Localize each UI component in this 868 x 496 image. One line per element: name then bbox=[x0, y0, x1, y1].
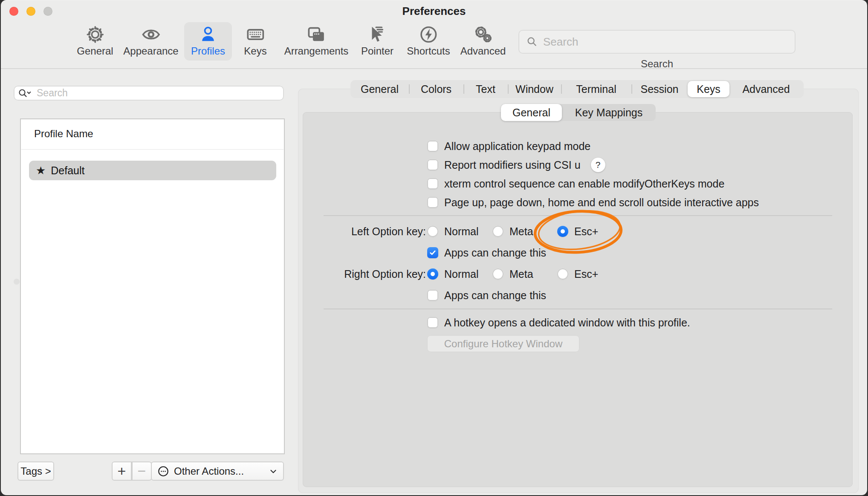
right-option-key-label: Right Option key: bbox=[299, 268, 426, 280]
toolbar-item-appearance[interactable]: Appearance bbox=[116, 22, 185, 61]
radio-left-option-normal[interactable]: Normal bbox=[427, 226, 479, 237]
toolbar-label: Profiles bbox=[191, 45, 225, 57]
chevron-down-icon bbox=[269, 467, 278, 476]
tab-terminal[interactable]: Terminal bbox=[561, 80, 631, 98]
profile-row-default[interactable]: ★ Default bbox=[29, 161, 276, 180]
radio-label: Normal bbox=[444, 226, 479, 237]
tab-advanced[interactable]: Advanced bbox=[729, 80, 803, 98]
checkbox-row-keypad-mode[interactable]: Allow application keypad mode bbox=[427, 141, 590, 152]
checkbox-label: Apps can change this bbox=[444, 290, 546, 301]
remove-profile-label: − bbox=[138, 463, 146, 479]
keyboard-icon bbox=[246, 25, 265, 44]
person-icon bbox=[198, 25, 218, 44]
sidebar-search-input[interactable]: Search bbox=[14, 86, 284, 101]
toolbar-label: Pointer bbox=[361, 45, 393, 57]
double-gear-icon bbox=[473, 25, 493, 44]
radio-right-option-esc[interactable]: Esc+ bbox=[557, 268, 598, 280]
add-profile-label: + bbox=[118, 463, 126, 479]
checkbox-unchecked[interactable] bbox=[427, 159, 438, 170]
checkbox-row-hotkey-window[interactable]: A hotkey opens a dedicated window with t… bbox=[427, 317, 690, 328]
subtab-key-mappings[interactable]: Key Mappings bbox=[562, 104, 656, 121]
radio-selected[interactable] bbox=[427, 268, 438, 280]
radio-unselected[interactable] bbox=[492, 226, 503, 237]
remove-profile-button[interactable]: − bbox=[132, 461, 152, 481]
checkbox-label: xterm control sequence can enable modify… bbox=[444, 178, 724, 189]
windows-icon bbox=[307, 25, 326, 44]
radio-right-option-meta[interactable]: Meta bbox=[492, 268, 533, 280]
configure-hotkey-window-label: Configure Hotkey Window bbox=[444, 338, 562, 350]
checkbox-row-right-apps-can-change[interactable]: Apps can change this bbox=[427, 290, 546, 301]
toolbar-label: Arrangements bbox=[284, 45, 349, 57]
radio-label: Esc+ bbox=[574, 268, 598, 280]
search-icon bbox=[526, 36, 538, 48]
checkbox-label: Allow application keypad mode bbox=[444, 141, 590, 152]
toolbar-item-shortcuts[interactable]: Shortcuts bbox=[400, 22, 457, 61]
radio-right-option-normal[interactable]: Normal bbox=[427, 268, 479, 280]
annotation-ellipse bbox=[529, 205, 628, 260]
other-actions-dropdown[interactable]: Other Actions... bbox=[151, 461, 284, 481]
toolbar-item-pointer[interactable]: Pointer bbox=[354, 22, 400, 61]
radio-left-option-meta[interactable]: Meta bbox=[492, 226, 533, 237]
tab-general[interactable]: General bbox=[350, 80, 409, 98]
toolbar-item-keys[interactable]: Keys bbox=[237, 22, 273, 61]
radio-unselected[interactable] bbox=[427, 226, 438, 237]
toolbar-search-input[interactable]: Search bbox=[518, 30, 796, 54]
gear-icon bbox=[85, 25, 105, 44]
tab-text[interactable]: Text bbox=[463, 80, 508, 98]
checkbox-unchecked[interactable] bbox=[427, 141, 438, 152]
eye-icon bbox=[141, 25, 161, 44]
tab-session[interactable]: Session bbox=[631, 80, 688, 98]
window-edge-dot bbox=[14, 279, 20, 285]
bolt-icon bbox=[419, 25, 438, 44]
help-button[interactable]: ? bbox=[591, 158, 605, 172]
tab-keys[interactable]: Keys bbox=[688, 81, 729, 97]
toolbar-item-profiles[interactable]: Profiles bbox=[184, 22, 232, 61]
search-menu-icon bbox=[18, 88, 32, 98]
toolbar-divider bbox=[1, 68, 867, 69]
toolbar-label: Advanced bbox=[460, 45, 506, 57]
sidebar-search-placeholder: Search bbox=[37, 87, 68, 99]
checkbox-unchecked[interactable] bbox=[427, 317, 438, 328]
toolbar-item-general[interactable]: General bbox=[70, 22, 120, 61]
section-divider bbox=[324, 309, 832, 309]
toolbar-label: Appearance bbox=[123, 45, 178, 57]
checkbox-unchecked[interactable] bbox=[427, 197, 438, 208]
profile-name: Default bbox=[51, 164, 84, 177]
ellipsis-circle-icon bbox=[157, 465, 170, 478]
subtab-general[interactable]: General bbox=[501, 104, 562, 121]
checkbox-row-left-apps-can-change[interactable]: Apps can change this bbox=[427, 247, 546, 258]
checkbox-label: A hotkey opens a dedicated window with t… bbox=[444, 317, 690, 328]
window-title: Preferences bbox=[1, 5, 867, 18]
configure-hotkey-window-button: Configure Hotkey Window bbox=[427, 335, 580, 352]
tags-button-label: Tags > bbox=[20, 465, 51, 477]
toolbar-label: General bbox=[77, 45, 113, 57]
toolbar-label: Keys bbox=[244, 45, 266, 57]
star-icon: ★ bbox=[36, 165, 46, 176]
toolbar-label: Shortcuts bbox=[407, 45, 450, 57]
toolbar-item-advanced[interactable]: Advanced bbox=[454, 22, 513, 61]
profile-list-header-divider bbox=[21, 149, 284, 150]
checkbox-label: Report modifiers using CSI u bbox=[444, 159, 581, 170]
checkbox-checked[interactable] bbox=[427, 247, 438, 258]
tab-window[interactable]: Window bbox=[508, 80, 561, 98]
tab-colors[interactable]: Colors bbox=[409, 80, 463, 98]
checkmark-icon bbox=[429, 249, 437, 257]
radio-unselected[interactable] bbox=[557, 268, 568, 280]
checkbox-unchecked[interactable] bbox=[427, 178, 438, 189]
checkbox-row-csi-u[interactable]: Report modifiers using CSI u ? bbox=[427, 159, 605, 170]
tags-button[interactable]: Tags > bbox=[17, 461, 54, 481]
cursor-icon bbox=[367, 25, 387, 44]
add-profile-button[interactable]: + bbox=[112, 461, 132, 481]
keys-subtabs: General Key Mappings bbox=[501, 104, 656, 121]
profile-list-header: Profile Name bbox=[34, 128, 93, 140]
checkbox-row-modify-other-keys[interactable]: xterm control sequence can enable modify… bbox=[427, 178, 724, 189]
checkbox-unchecked[interactable] bbox=[427, 290, 438, 301]
radio-label: Meta bbox=[509, 268, 533, 280]
profile-add-remove-group: + − bbox=[112, 461, 152, 481]
profile-section-tabs: General Colors Text Window Terminal Sess… bbox=[350, 80, 804, 98]
radio-label: Normal bbox=[444, 268, 479, 280]
preferences-window: Preferences General Appearance Profiles bbox=[1, 0, 867, 495]
toolbar-search-placeholder: Search bbox=[543, 35, 578, 49]
radio-unselected[interactable] bbox=[492, 268, 503, 280]
toolbar-item-arrangements[interactable]: Arrangements bbox=[278, 22, 356, 61]
